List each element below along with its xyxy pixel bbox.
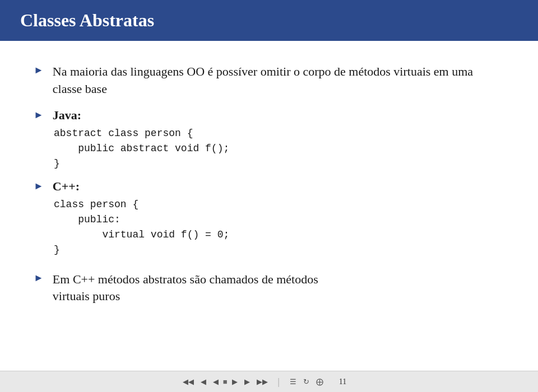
nav-last[interactable]: ▶▶ <box>254 376 270 388</box>
cpp-code-line3: virtual void f() = 0; <box>54 227 504 242</box>
nav-prev[interactable]: ◀ <box>211 376 221 388</box>
bullet-text-1: Na maioria das linguagens OO é possíver … <box>53 63 504 98</box>
bullet-item-1: ► Na maioria das linguagens OO é possíve… <box>34 63 504 98</box>
java-label: Java: <box>53 108 81 123</box>
java-code-line3: } <box>54 156 504 171</box>
nav-search[interactable]: ⨁ <box>314 376 326 388</box>
java-code-line1: abstract class person { <box>54 126 504 141</box>
nav-next-section[interactable]: ▶ <box>242 376 252 388</box>
slide-title: Classes Abstratas <box>20 10 154 31</box>
cpp-label-container: ► C++: <box>34 179 504 194</box>
cpp-code-line1: class person { <box>54 197 504 212</box>
bullet-arrow-1: ► <box>34 64 44 76</box>
nav-divider: | <box>278 377 280 387</box>
cpp-arrow: ► <box>34 180 44 192</box>
content-area: ► Na maioria das linguagens OO é possíve… <box>0 41 538 392</box>
nav-prev-section[interactable]: ◀ <box>198 376 208 388</box>
header-bar: Classes Abstratas <box>0 0 538 41</box>
nav-controls: ◀◀ ◀ ◀ ■ ▶ ▶ ▶▶ | ☰ ↻ ⨁ 11 <box>180 376 358 388</box>
slide: Classes Abstratas ► Na maioria das lingu… <box>0 0 538 392</box>
page-number: 11 <box>339 377 346 386</box>
last-bullet: ► Em C++ métodos abstratos são chamados … <box>34 271 504 306</box>
nav-menu[interactable]: ☰ <box>287 376 299 388</box>
cpp-code-line2: public: <box>54 212 504 227</box>
java-code-line2: public abstract void f(); <box>54 141 504 156</box>
footer: ◀◀ ◀ ◀ ■ ▶ ▶ ▶▶ | ☰ ↻ ⨁ 11 <box>0 371 538 392</box>
cpp-code-line4: } <box>54 242 504 258</box>
java-arrow: ► <box>34 109 44 121</box>
nav-separator1: ■ <box>223 377 228 386</box>
java-code-block: abstract class person { public abstract … <box>54 126 504 171</box>
last-bullet-text: Em C++ métodos abstratos são chamados de… <box>53 271 318 306</box>
nav-first[interactable]: ◀◀ <box>180 376 196 388</box>
cpp-code-block: class person { public: virtual void f() … <box>54 197 504 258</box>
nav-next[interactable]: ▶ <box>230 376 240 388</box>
nav-reset[interactable]: ↻ <box>301 376 312 388</box>
cpp-label: C++: <box>53 179 80 194</box>
java-label-container: ► Java: <box>34 108 504 123</box>
last-bullet-arrow: ► <box>34 272 44 284</box>
